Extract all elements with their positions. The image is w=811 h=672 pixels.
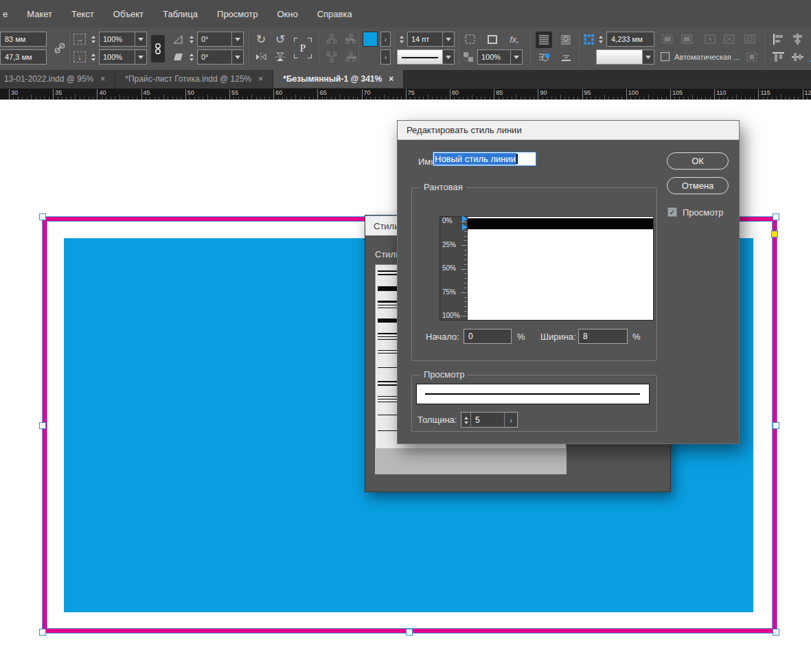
handle-bottom-left[interactable] [39, 629, 46, 636]
select-next-object-icon[interactable] [343, 49, 358, 65]
center-content-icon[interactable] [702, 32, 718, 47]
chevron-right-icon: › [385, 36, 387, 43]
stroke-options-button[interactable]: › [380, 49, 391, 65]
text-wrap-around-icon[interactable] [558, 32, 574, 48]
corner-radius-stepper[interactable] [596, 32, 606, 47]
stripe-editor-area[interactable] [467, 216, 654, 321]
align-center-vertical-icon[interactable] [789, 49, 806, 65]
menu-item-6[interactable]: Окно [267, 9, 307, 19]
cancel-button[interactable]: Отмена [667, 177, 729, 194]
stripe-end-marker[interactable] [462, 224, 468, 231]
corner-shape-icon[interactable] [486, 33, 499, 45]
fit-content-to-frame-icon[interactable] [659, 32, 676, 47]
document-tab-1[interactable]: *Прайс-лист Готика.indd @ 125%× [115, 70, 273, 88]
effects-icon[interactable]: fx, [506, 32, 523, 46]
tab-close-icon[interactable]: × [258, 74, 263, 84]
align-right-icon[interactable] [807, 32, 811, 47]
menu-item-0[interactable]: е [0, 9, 17, 19]
rotate-cw-icon[interactable]: ↻ [253, 32, 269, 47]
corner-options-handle[interactable] [771, 231, 778, 237]
chevron-down-icon[interactable] [231, 32, 243, 46]
align-top-icon[interactable] [770, 49, 786, 65]
width-field[interactable]: 8 [578, 329, 628, 344]
ok-button[interactable]: ОК [667, 152, 729, 170]
chevron-down-icon[interactable] [442, 32, 454, 46]
weight-stepper[interactable] [461, 413, 471, 428]
stripe-band[interactable] [468, 218, 653, 229]
handle-bottom-right[interactable] [773, 629, 779, 636]
chevron-down-icon[interactable] [510, 50, 522, 64]
menu-item-3[interactable]: Объект [104, 9, 153, 19]
menu-item-4[interactable]: Таблица [153, 9, 207, 19]
start-field[interactable]: 0 [464, 329, 512, 344]
handle-middle-left[interactable] [39, 422, 46, 429]
corner-radius-field[interactable]: 4,233 мм [606, 32, 654, 47]
fill-options-button[interactable]: › [380, 32, 391, 47]
frame-fitting-options-icon[interactable] [744, 49, 760, 65]
stripe-start-marker[interactable] [462, 216, 468, 222]
stroke-weight-stepper[interactable] [397, 32, 407, 47]
stroke-type-combo[interactable] [397, 49, 455, 65]
fill-frame-proportionally-icon[interactable] [721, 32, 738, 47]
menu-item-1[interactable]: Макет [17, 9, 62, 19]
stripe-editor[interactable]: 0%25%50%75%100% [439, 216, 654, 321]
corner-options-icon[interactable] [464, 33, 477, 45]
scale-y-stepper[interactable] [89, 49, 98, 65]
align-bottom-icon[interactable] [807, 49, 811, 65]
autofit-checkbox[interactable] [661, 52, 670, 61]
scale-x-combo[interactable]: 100% [99, 32, 147, 47]
flip-horizontal-icon[interactable] [253, 49, 269, 65]
preview-checkbox[interactable]: ✓ [667, 207, 677, 217]
reference-point-proxy[interactable]: P [294, 38, 312, 58]
document-tab-2[interactable]: *Безымянный-1 @ 341%× [273, 70, 404, 88]
broken-link-icon[interactable] [52, 38, 67, 58]
object-style-combo[interactable] [596, 49, 654, 65]
constrain-proportions-icon[interactable] [151, 35, 165, 62]
rotate-ccw-icon[interactable]: ↺ [272, 32, 288, 47]
chevron-down-icon[interactable] [135, 50, 146, 64]
select-container-icon[interactable] [324, 32, 339, 47]
handle-middle-right[interactable] [773, 422, 779, 429]
align-left-icon[interactable] [770, 32, 786, 47]
handle-top-left[interactable] [39, 213, 46, 220]
check-icon: ✓ [669, 208, 675, 217]
weight-more-button[interactable]: › [504, 413, 517, 427]
chevron-down-icon[interactable] [231, 50, 243, 64]
flip-vertical-icon[interactable] [272, 49, 288, 65]
handle-bottom-center[interactable] [406, 629, 413, 636]
select-content-icon[interactable] [324, 49, 339, 65]
name-input[interactable]: Новый стиль линии [433, 152, 536, 166]
align-center-horizontal-icon[interactable] [789, 32, 806, 47]
height-field[interactable]: 47,3 мм [0, 49, 47, 65]
shear-stepper[interactable] [187, 49, 196, 65]
fit-proportionally-icon[interactable] [742, 32, 758, 47]
text-wrap-off-icon[interactable] [536, 32, 552, 48]
document-tab-0[interactable]: 13-01-2022.indd @ 95%× [0, 70, 115, 88]
scale-x-stepper[interactable] [89, 32, 98, 47]
fit-frame-to-content-icon[interactable] [678, 32, 695, 47]
shear-combo[interactable]: 0° [197, 49, 244, 65]
menu-item-5[interactable]: Просмотр [207, 9, 267, 19]
opacity-combo[interactable]: 100% [477, 49, 523, 65]
menu-item-2[interactable]: Текст [62, 9, 104, 19]
stripe-editor-scale: 0%25%50%75%100% [439, 216, 467, 321]
tab-close-icon[interactable]: × [100, 74, 105, 84]
rotation-combo[interactable]: 0° [197, 32, 244, 47]
handle-top-right[interactable] [773, 213, 779, 220]
stroke-weight-combo[interactable]: 14 пт [407, 32, 455, 47]
chevron-down-icon[interactable] [135, 32, 146, 46]
select-previous-object-icon[interactable] [343, 32, 358, 47]
chevron-down-icon[interactable] [442, 50, 454, 64]
menu-item-7[interactable]: Справка [308, 9, 362, 19]
tab-label: *Безымянный-1 @ 341% [283, 74, 382, 84]
rotation-stepper[interactable] [187, 32, 196, 47]
scale-tick [461, 245, 467, 246]
width-field[interactable]: 83 мм [0, 32, 47, 47]
tab-close-icon[interactable]: × [389, 74, 393, 84]
chevron-down-icon[interactable] [642, 50, 654, 64]
drop-shadow-icon[interactable] [536, 49, 552, 66]
scale-y-combo[interactable]: 100% [99, 49, 147, 65]
align-to-baseline-icon[interactable] [558, 49, 574, 66]
fill-swatch[interactable] [363, 32, 378, 47]
weight-combo[interactable]: 5 › [461, 412, 518, 428]
